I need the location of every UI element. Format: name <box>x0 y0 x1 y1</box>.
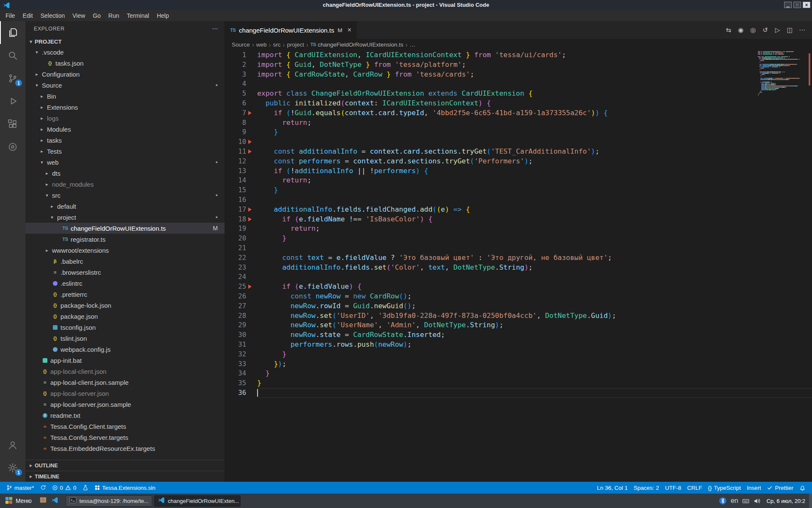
breadcrumb-web[interactable]: web <box>256 41 267 48</box>
code-line[interactable]: 15 } <box>225 185 812 195</box>
tree-file-app-init.bat[interactable]: app-init.bat <box>25 355 225 366</box>
code-line[interactable]: 10 <box>225 137 812 147</box>
code-line[interactable]: 8 return; <box>225 118 812 128</box>
menu-selection[interactable]: Selection <box>37 10 69 21</box>
tree-file-package.json[interactable]: {}package.json <box>25 311 225 322</box>
code-line[interactable]: 31 performers.rows.push(newRow); <box>225 340 812 350</box>
tree-file-Tessa.Config.Client.targets[interactable]: ‹›Tessa.Config.Client.targets <box>25 421 225 432</box>
indentation[interactable]: Spaces: 2 <box>631 482 662 494</box>
tree-folder-src[interactable]: ▾src● <box>25 190 225 201</box>
code-line[interactable]: 12 const performers = context.card.secti… <box>225 157 812 166</box>
tree-folder-project[interactable]: ▾project● <box>25 212 225 223</box>
tests[interactable] <box>80 482 91 494</box>
code-line[interactable]: 9 } <box>225 127 812 137</box>
keyboard-icon[interactable] <box>742 497 749 505</box>
tree-folder-default[interactable]: ▸default <box>25 201 225 212</box>
circle-outline-icon[interactable]: ◎ <box>747 26 759 34</box>
vscode-launcher[interactable] <box>49 495 61 507</box>
breadcrumb-Source[interactable]: Source <box>232 41 250 48</box>
notifications[interactable] <box>796 482 809 494</box>
tree-folder-web[interactable]: ▾web● <box>25 157 225 168</box>
more-actions-icon[interactable]: ⋯ <box>796 26 808 34</box>
applications-menu-button[interactable]: Меню <box>2 495 35 507</box>
sync[interactable] <box>37 482 49 494</box>
code-line[interactable]: 28 newRow.set('UserID', '3db19fa0-228a-4… <box>225 311 812 321</box>
tree-file-.prettierrc[interactable]: {}.prettierrc <box>25 289 225 300</box>
project-section-header[interactable]: ▾ PROJECT <box>25 36 225 47</box>
close-button[interactable]: × <box>803 2 810 8</box>
tree-folder-node_modules[interactable]: ▸node_modules <box>25 179 225 190</box>
tree-file-package-lock.json[interactable]: {}package-lock.json <box>25 300 225 311</box>
tree-file-.browserslistrc[interactable]: ≡.browserslistrc <box>25 267 225 278</box>
code-line[interactable]: 11 const additionalInfo = context.card.s… <box>225 147 812 157</box>
formatter[interactable]: Prettier <box>764 482 796 494</box>
menu-view[interactable]: View <box>69 10 89 21</box>
tree-folder-logs[interactable]: ▸logs <box>25 113 225 124</box>
tree-folder-Modules[interactable]: ▸Modules <box>25 124 225 135</box>
minimize-button[interactable]: ▁ <box>784 2 792 8</box>
menu-run[interactable]: Run <box>104 10 123 21</box>
solution[interactable]: Tessa.Extensions.sln <box>91 482 159 494</box>
code-line[interactable]: 34 } <box>225 369 812 378</box>
bluetooth-icon[interactable] <box>719 497 727 505</box>
split-editor-icon[interactable]: ◫ <box>784 26 796 34</box>
circle-filled-icon[interactable]: ◉ <box>735 26 746 34</box>
insert-mode[interactable]: Insert <box>744 482 764 494</box>
tree-file-tasks.json[interactable]: {}tasks.json <box>25 58 225 69</box>
code-line[interactable]: 2import { Guid, DotNetType } from 'tessa… <box>225 60 812 70</box>
code-line[interactable]: 26 const newRow = new CardRow(); <box>225 292 812 301</box>
tree-file-webpack.config.js[interactable]: webpack.config.js <box>25 344 225 355</box>
menu-edit[interactable]: Edit <box>19 10 37 21</box>
maximize-button[interactable]: □ <box>793 2 801 8</box>
code-line[interactable]: 25 if (e.fieldValue) { <box>225 282 812 292</box>
menu-file[interactable]: File <box>2 10 19 21</box>
code-line[interactable]: 18 if (e.fieldName !== 'IsBaseColor') { <box>225 215 812 224</box>
tree-folder-Configuration[interactable]: ▸Configuration <box>25 69 225 80</box>
tree-folder-Bin[interactable]: ▸Bin <box>25 91 225 102</box>
breadcrumb-project[interactable]: project <box>287 41 304 48</box>
code-line[interactable]: 19 return; <box>225 224 812 234</box>
code-line[interactable]: 17 additionalInfo.fields.fieldChanged.ad… <box>225 205 812 215</box>
code-line[interactable]: 33 }); <box>225 359 812 369</box>
tree-folder-dts[interactable]: ▸dts <box>25 168 225 179</box>
tree-file-Tessa.Config.Server.targets[interactable]: ‹›Tessa.Config.Server.targets <box>25 432 225 443</box>
explorer-icon[interactable] <box>0 21 25 44</box>
clock[interactable]: Ср, 6 июл, 20:2 <box>765 498 807 504</box>
search-icon[interactable] <box>0 44 25 67</box>
taskbar-window-button[interactable]: changeFieldOrRowUIExten... <box>154 495 241 507</box>
code-line[interactable]: 36 <box>225 388 812 398</box>
language-mode[interactable]: {}TypeScript <box>705 482 744 494</box>
tree-file-readme.txt[interactable]: ireadme.txt <box>25 410 225 421</box>
code-line[interactable]: 32 } <box>225 350 812 359</box>
tree-folder-Source[interactable]: ▾Source● <box>25 80 225 91</box>
tree-folder-Tests[interactable]: ▸Tests <box>25 146 225 157</box>
tree-file-registrator.ts[interactable]: TSregistrator.ts <box>25 234 225 245</box>
run-icon[interactable]: ▷ <box>772 26 783 34</box>
code-line[interactable]: 22 const text = e.fieldValue ? 'Это базо… <box>225 253 812 263</box>
tree-file-.eslintrc[interactable]: .eslintrc <box>25 278 225 289</box>
code-line[interactable]: 24 <box>225 272 812 282</box>
tree-file-app-local-client.json[interactable]: {}app-local-client.json <box>25 366 225 377</box>
encoding[interactable]: UTF-8 <box>662 482 684 494</box>
code-line[interactable]: 5export class ChangeFieldOrRowUIExtensio… <box>225 89 812 99</box>
compare-changes-icon[interactable]: ⇆ <box>723 26 734 34</box>
tree-file-app-local-server.json[interactable]: {}app-local-server.json <box>25 388 225 399</box>
run-debug-icon[interactable] <box>0 90 25 113</box>
breadcrumb-src[interactable]: src <box>273 41 281 48</box>
taskbar-window-button[interactable]: tessa@host-129: /home/te... <box>66 495 152 507</box>
section-timeline[interactable]: ▸TIMELINE <box>25 471 225 482</box>
git-branch[interactable]: master* <box>3 482 37 494</box>
code-line[interactable]: 30 newRow.state = CardRowState.Inserted; <box>225 330 812 340</box>
tree-file-Tessa.EmbeddedResourceEx.targets[interactable]: ‹›Tessa.EmbeddedResourceEx.targets <box>25 443 225 454</box>
tree-folder-tasks[interactable]: ▸tasks <box>25 135 225 146</box>
tree-folder-wwwroot/extensions[interactable]: ▸wwwroot/extensions <box>25 245 225 256</box>
show-desktop-button[interactable] <box>809 494 812 508</box>
tab-changeFieldOrRowUIExtension[interactable]: TS changeFieldOrRowUIExtension.ts M × <box>225 21 357 39</box>
code-line[interactable]: 3import { CardRowState, CardRow } from '… <box>225 70 812 80</box>
tree-file-tslint.json[interactable]: {}tslint.json <box>25 333 225 344</box>
remote-icon[interactable] <box>0 135 25 158</box>
code-line[interactable]: 16 <box>225 195 812 205</box>
menu-terminal[interactable]: Terminal <box>123 10 153 21</box>
code-line[interactable]: 7 if (!Guid.equals(context.card.typeId, … <box>225 108 812 118</box>
history-icon[interactable]: ↺ <box>760 26 771 34</box>
